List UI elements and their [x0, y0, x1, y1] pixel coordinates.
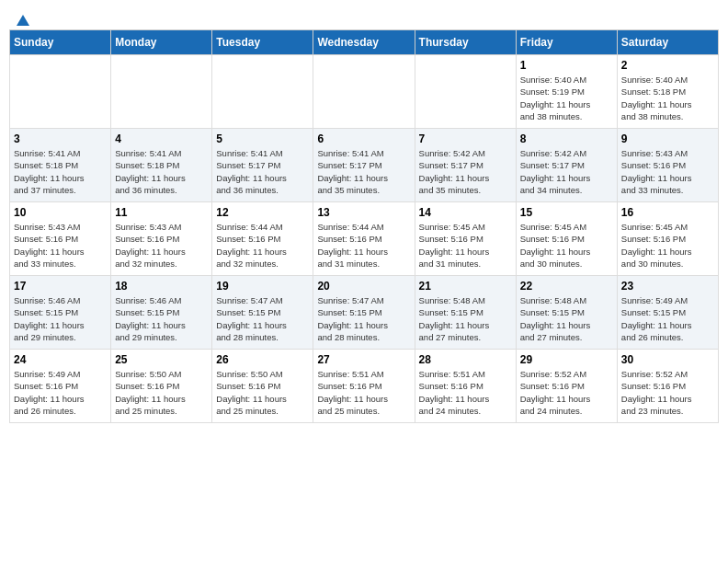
calendar-week-1: 1Sunrise: 5:40 AM Sunset: 5:19 PM Daylig…: [10, 55, 719, 129]
day-number: 5: [216, 132, 309, 145]
day-number: 3: [14, 132, 107, 145]
day-info: Sunrise: 5:46 AM Sunset: 5:15 PM Dayligh…: [14, 294, 107, 343]
day-info: Sunrise: 5:42 AM Sunset: 5:17 PM Dayligh…: [419, 147, 512, 196]
calendar-cell: 21Sunrise: 5:48 AM Sunset: 5:15 PM Dayli…: [415, 276, 516, 350]
day-number: 11: [115, 206, 208, 219]
calendar-cell: 17Sunrise: 5:46 AM Sunset: 5:15 PM Dayli…: [10, 276, 111, 350]
calendar-cell: 13Sunrise: 5:44 AM Sunset: 5:16 PM Dayli…: [313, 202, 415, 276]
calendar-cell: 20Sunrise: 5:47 AM Sunset: 5:15 PM Dayli…: [313, 276, 415, 350]
weekday-header-wednesday: Wednesday: [313, 30, 415, 55]
day-number: 13: [317, 206, 410, 219]
calendar-cell: [212, 55, 313, 129]
day-info: Sunrise: 5:42 AM Sunset: 5:17 PM Dayligh…: [520, 147, 613, 196]
day-number: 16: [621, 206, 714, 219]
calendar-cell: 15Sunrise: 5:45 AM Sunset: 5:16 PM Dayli…: [516, 202, 617, 276]
day-number: 18: [115, 280, 208, 293]
day-number: 30: [621, 353, 714, 366]
day-info: Sunrise: 5:45 AM Sunset: 5:16 PM Dayligh…: [520, 221, 613, 270]
day-number: 9: [621, 132, 714, 145]
day-number: 8: [520, 132, 613, 145]
day-info: Sunrise: 5:43 AM Sunset: 5:16 PM Dayligh…: [14, 221, 107, 270]
day-number: 17: [14, 280, 107, 293]
calendar-cell: 27Sunrise: 5:51 AM Sunset: 5:16 PM Dayli…: [313, 350, 415, 423]
weekday-header-monday: Monday: [111, 30, 212, 55]
day-info: Sunrise: 5:51 AM Sunset: 5:16 PM Dayligh…: [317, 368, 410, 417]
day-number: 19: [216, 280, 309, 293]
calendar-week-5: 24Sunrise: 5:49 AM Sunset: 5:16 PM Dayli…: [10, 350, 719, 423]
calendar-week-2: 3Sunrise: 5:41 AM Sunset: 5:18 PM Daylig…: [10, 129, 719, 202]
calendar-cell: 4Sunrise: 5:41 AM Sunset: 5:18 PM Daylig…: [111, 129, 212, 202]
calendar-table: SundayMondayTuesdayWednesdayThursdayFrid…: [9, 29, 719, 423]
day-number: 28: [419, 353, 512, 366]
calendar-cell: [111, 55, 212, 129]
weekday-header-friday: Friday: [516, 30, 617, 55]
day-info: Sunrise: 5:48 AM Sunset: 5:15 PM Dayligh…: [419, 294, 512, 343]
day-number: 15: [520, 206, 613, 219]
calendar-cell: 10Sunrise: 5:43 AM Sunset: 5:16 PM Dayli…: [10, 202, 111, 276]
day-number: 23: [621, 280, 714, 293]
calendar-cell: 5Sunrise: 5:41 AM Sunset: 5:17 PM Daylig…: [212, 129, 313, 202]
calendar-week-3: 10Sunrise: 5:43 AM Sunset: 5:16 PM Dayli…: [10, 202, 719, 276]
calendar-cell: 9Sunrise: 5:43 AM Sunset: 5:16 PM Daylig…: [617, 129, 718, 202]
calendar-cell: 8Sunrise: 5:42 AM Sunset: 5:17 PM Daylig…: [516, 129, 617, 202]
calendar-cell: 12Sunrise: 5:44 AM Sunset: 5:16 PM Dayli…: [212, 202, 313, 276]
day-info: Sunrise: 5:48 AM Sunset: 5:15 PM Dayligh…: [520, 294, 613, 343]
day-info: Sunrise: 5:43 AM Sunset: 5:16 PM Dayligh…: [115, 221, 208, 270]
day-info: Sunrise: 5:41 AM Sunset: 5:18 PM Dayligh…: [14, 147, 107, 196]
day-info: Sunrise: 5:40 AM Sunset: 5:19 PM Dayligh…: [520, 74, 613, 122]
day-info: Sunrise: 5:47 AM Sunset: 5:15 PM Dayligh…: [216, 294, 309, 343]
calendar-cell: 2Sunrise: 5:40 AM Sunset: 5:18 PM Daylig…: [617, 55, 718, 129]
calendar-cell: 28Sunrise: 5:51 AM Sunset: 5:16 PM Dayli…: [415, 350, 516, 423]
weekday-header-row: SundayMondayTuesdayWednesdayThursdayFrid…: [10, 30, 719, 55]
day-info: Sunrise: 5:43 AM Sunset: 5:16 PM Dayligh…: [621, 147, 714, 196]
day-number: 10: [14, 206, 107, 219]
day-number: 7: [419, 132, 512, 145]
logo: [13, 9, 31, 26]
day-number: 4: [115, 132, 208, 145]
calendar-cell: 25Sunrise: 5:50 AM Sunset: 5:16 PM Dayli…: [111, 350, 212, 423]
day-number: 29: [520, 353, 613, 366]
calendar-cell: 29Sunrise: 5:52 AM Sunset: 5:16 PM Dayli…: [516, 350, 617, 423]
calendar-cell: [415, 55, 516, 129]
day-number: 24: [14, 353, 107, 366]
svg-marker-0: [17, 15, 29, 26]
day-number: 25: [115, 353, 208, 366]
day-info: Sunrise: 5:44 AM Sunset: 5:16 PM Dayligh…: [216, 221, 309, 270]
calendar-cell: 14Sunrise: 5:45 AM Sunset: 5:16 PM Dayli…: [415, 202, 516, 276]
day-info: Sunrise: 5:50 AM Sunset: 5:16 PM Dayligh…: [115, 368, 208, 417]
calendar-cell: 26Sunrise: 5:50 AM Sunset: 5:16 PM Dayli…: [212, 350, 313, 423]
day-info: Sunrise: 5:49 AM Sunset: 5:15 PM Dayligh…: [621, 294, 714, 343]
calendar-cell: 23Sunrise: 5:49 AM Sunset: 5:15 PM Dayli…: [617, 276, 718, 350]
calendar-cell: 22Sunrise: 5:48 AM Sunset: 5:15 PM Dayli…: [516, 276, 617, 350]
day-number: 20: [317, 280, 410, 293]
day-info: Sunrise: 5:52 AM Sunset: 5:16 PM Dayligh…: [621, 368, 714, 417]
calendar-cell: 3Sunrise: 5:41 AM Sunset: 5:18 PM Daylig…: [10, 129, 111, 202]
calendar-cell: 19Sunrise: 5:47 AM Sunset: 5:15 PM Dayli…: [212, 276, 313, 350]
page-header: [9, 9, 719, 26]
weekday-header-sunday: Sunday: [10, 30, 111, 55]
day-info: Sunrise: 5:45 AM Sunset: 5:16 PM Dayligh…: [621, 221, 714, 270]
day-info: Sunrise: 5:51 AM Sunset: 5:16 PM Dayligh…: [419, 368, 512, 417]
day-number: 22: [520, 280, 613, 293]
day-info: Sunrise: 5:50 AM Sunset: 5:16 PM Dayligh…: [216, 368, 309, 417]
day-info: Sunrise: 5:41 AM Sunset: 5:17 PM Dayligh…: [216, 147, 309, 196]
day-number: 2: [621, 59, 714, 72]
day-info: Sunrise: 5:41 AM Sunset: 5:18 PM Dayligh…: [115, 147, 208, 196]
day-number: 26: [216, 353, 309, 366]
day-number: 6: [317, 132, 410, 145]
calendar-cell: 24Sunrise: 5:49 AM Sunset: 5:16 PM Dayli…: [10, 350, 111, 423]
day-info: Sunrise: 5:49 AM Sunset: 5:16 PM Dayligh…: [14, 368, 107, 417]
day-number: 27: [317, 353, 410, 366]
calendar-cell: 7Sunrise: 5:42 AM Sunset: 5:17 PM Daylig…: [415, 129, 516, 202]
logo-icon: [15, 13, 31, 29]
weekday-header-thursday: Thursday: [415, 30, 516, 55]
weekday-header-tuesday: Tuesday: [212, 30, 313, 55]
weekday-header-saturday: Saturday: [617, 30, 718, 55]
day-number: 12: [216, 206, 309, 219]
calendar-cell: [313, 55, 415, 129]
day-info: Sunrise: 5:52 AM Sunset: 5:16 PM Dayligh…: [520, 368, 613, 417]
calendar-cell: 16Sunrise: 5:45 AM Sunset: 5:16 PM Dayli…: [617, 202, 718, 276]
day-info: Sunrise: 5:41 AM Sunset: 5:17 PM Dayligh…: [317, 147, 410, 196]
day-number: 21: [419, 280, 512, 293]
day-number: 14: [419, 206, 512, 219]
